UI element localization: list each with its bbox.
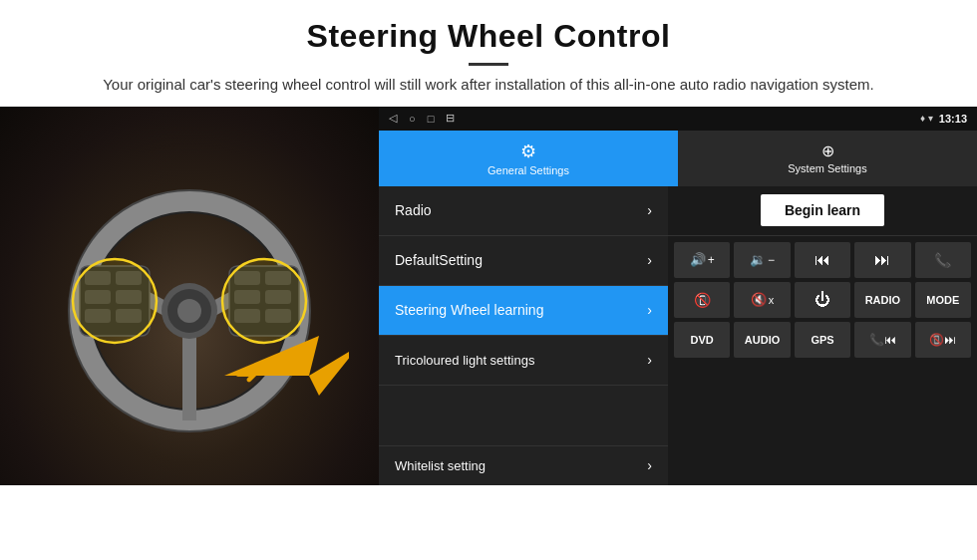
menu-tricoloured-label: Tricoloured light settings [395, 353, 534, 368]
clock: 13:13 [939, 113, 967, 125]
home-icon[interactable]: ○ [409, 113, 416, 125]
menu-radio-arrow: › [647, 202, 652, 218]
hang-up-button[interactable]: 📵 [674, 282, 730, 318]
android-ui: ◁ ○ □ ⊟ ♦ ▾ 13:13 ⚙ General Settings ⊕ S… [379, 107, 977, 485]
general-settings-icon: ⚙ [520, 140, 536, 162]
mode-button[interactable]: MODE [915, 282, 971, 318]
audio-btn-label: AUDIO [745, 334, 780, 346]
hang-up-icon: 📵 [694, 292, 711, 308]
menu-tricoloured-arrow: › [647, 352, 652, 368]
mode-btn-label: MODE [926, 294, 959, 306]
menu-steering-label: Steering Wheel learning [395, 302, 543, 318]
dvd-btn-label: DVD [691, 334, 714, 346]
phone-answer-button[interactable]: 📞 [915, 242, 971, 278]
status-bar-right: ♦ ▾ 13:13 [920, 113, 967, 125]
gps-btn-label: GPS [811, 334, 833, 346]
menu-item-steering[interactable]: Steering Wheel learning › [379, 286, 668, 336]
mute-icon: 🔇 [751, 292, 767, 307]
title-divider [469, 63, 508, 66]
phone-next-icon: 📵⏭ [929, 333, 956, 347]
steering-wheel-image: ➜ [0, 107, 379, 485]
menu-icon[interactable]: ⊟ [446, 112, 455, 125]
phone-prev-button[interactable]: 📞⏮ [854, 322, 910, 358]
next-track-icon: ⏭ [874, 251, 890, 269]
prev-track-button[interactable]: ⏮ [795, 242, 850, 278]
recents-icon[interactable]: □ [428, 113, 435, 125]
signal-icon: ♦ ▾ [920, 113, 933, 124]
content-area: Radio › DefaultSetting › Steering Wheel … [379, 186, 977, 485]
status-bar: ◁ ○ □ ⊟ ♦ ▾ 13:13 [379, 107, 977, 131]
tab-general[interactable]: ⚙ General Settings [379, 131, 678, 186]
steering-wheel-bg: ➜ [0, 107, 379, 485]
power-button[interactable]: ⏻ [795, 282, 850, 318]
back-icon[interactable]: ◁ [389, 112, 397, 125]
menu-radio-label: Radio [395, 202, 432, 218]
prev-track-icon: ⏮ [814, 251, 830, 269]
steering-wheel-svg: ➜ [30, 137, 349, 455]
menu-steering-arrow: › [647, 302, 652, 318]
whitelist-label: Whitelist setting [395, 458, 486, 473]
mute-button[interactable]: 🔇 x [734, 282, 790, 318]
power-icon: ⏻ [814, 291, 830, 309]
svg-point-9 [177, 299, 201, 323]
phone-prev-icon: 📞⏮ [869, 333, 896, 347]
svg-point-25 [222, 259, 306, 343]
right-panel: Begin learn 🔊 + 🔉 − ⏮ [668, 186, 977, 485]
phone-next-button[interactable]: 📵⏭ [915, 322, 971, 358]
vol-down-button[interactable]: 🔉 − [734, 242, 790, 278]
radio-btn-label: RADIO [865, 294, 900, 306]
menu-default-arrow: › [647, 252, 652, 268]
next-track-button[interactable]: ⏭ [854, 242, 910, 278]
begin-learn-button[interactable]: Begin learn [761, 194, 884, 226]
menu-item-default[interactable]: DefaultSetting › [379, 236, 668, 286]
control-button-grid: 🔊 + 🔉 − ⏮ ⏭ 📞 [668, 236, 977, 364]
svg-point-24 [73, 259, 157, 343]
begin-learn-row: Begin learn [668, 186, 977, 236]
menu-item-radio[interactable]: Radio › [379, 186, 668, 236]
audio-button[interactable]: AUDIO [734, 322, 790, 358]
system-settings-icon: ⊕ [821, 141, 834, 160]
main-content: ➜ ◁ ○ □ ⊟ ♦ ▾ 13:13 ⚙ General Settings [0, 107, 977, 485]
svg-text:➜: ➜ [234, 359, 257, 390]
gps-button[interactable]: GPS [795, 322, 850, 358]
tab-system[interactable]: ⊕ System Settings [678, 131, 977, 186]
whitelist-arrow: › [647, 457, 652, 473]
header-description: Your original car's steering wheel contr… [20, 74, 957, 97]
menu-item-tricoloured[interactable]: Tricoloured light settings › [379, 336, 668, 386]
tab-bar: ⚙ General Settings ⊕ System Settings [379, 131, 977, 186]
page-title: Steering Wheel Control [20, 18, 957, 55]
page-header: Steering Wheel Control Your original car… [0, 0, 977, 107]
left-menu: Radio › DefaultSetting › Steering Wheel … [379, 186, 668, 485]
radio-mode-button[interactable]: RADIO [854, 282, 910, 318]
menu-default-label: DefaultSetting [395, 252, 483, 268]
vol-up-button[interactable]: 🔊 + [674, 242, 730, 278]
vol-down-icon: 🔉 [750, 252, 766, 267]
vol-up-icon: 🔊 [690, 252, 706, 267]
dvd-button[interactable]: DVD [674, 322, 730, 358]
status-bar-left: ◁ ○ □ ⊟ [389, 112, 455, 125]
phone-answer-icon: 📞 [934, 252, 951, 268]
whitelist-setting[interactable]: Whitelist setting › [379, 445, 668, 485]
